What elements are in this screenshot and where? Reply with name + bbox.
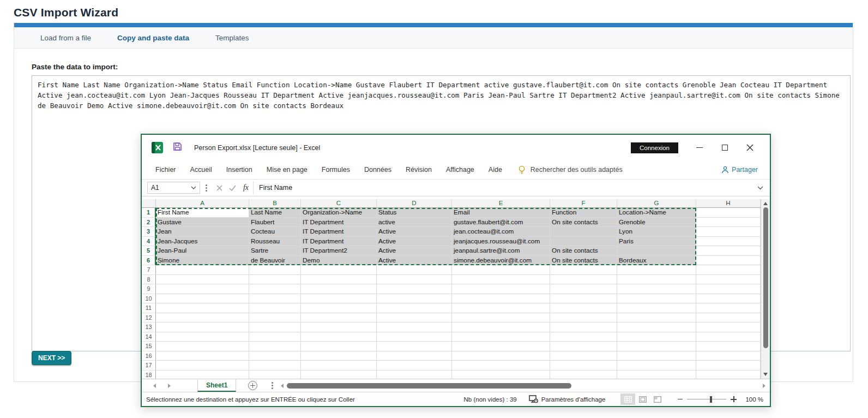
column-header-H[interactable]: H xyxy=(696,199,761,207)
cell-E4[interactable]: jeanjacques.rousseau@it.com xyxy=(452,237,550,247)
cell-E6[interactable]: simone.debeauvoir@it.com xyxy=(452,256,550,266)
cell-A12[interactable] xyxy=(156,313,249,323)
scroll-up-icon[interactable] xyxy=(763,202,768,205)
cell-D6[interactable]: Active xyxy=(377,256,452,266)
cell-C6[interactable]: Demo xyxy=(301,256,377,266)
cell-G7[interactable] xyxy=(617,265,696,275)
cell-F6[interactable]: On site contacts xyxy=(550,256,617,266)
cell-C8[interactable] xyxy=(301,275,377,285)
maximize-button[interactable] xyxy=(712,140,737,156)
cell-B1[interactable]: Last Name xyxy=(249,208,301,218)
cell-B6[interactable]: de Beauvoir xyxy=(249,256,301,266)
cell-F5[interactable]: On site contacts xyxy=(550,246,617,256)
cell-A7[interactable] xyxy=(156,265,249,275)
row-number-9[interactable]: 9 xyxy=(142,284,156,294)
cell-A18[interactable] xyxy=(156,371,249,379)
cell-D2[interactable]: active xyxy=(377,218,452,228)
cell-E17[interactable] xyxy=(452,361,550,371)
cell-G8[interactable] xyxy=(617,275,696,285)
name-box[interactable]: A1 xyxy=(147,182,200,194)
cell-F15[interactable] xyxy=(550,342,617,351)
column-header-F[interactable]: F xyxy=(550,199,617,207)
cell-A3[interactable]: Jean xyxy=(156,227,249,237)
row-number-16[interactable]: 16 xyxy=(142,351,156,361)
cell-E1[interactable]: Email xyxy=(452,208,550,218)
scroll-down-icon[interactable] xyxy=(763,373,768,376)
vertical-scroll-thumb[interactable] xyxy=(763,207,768,348)
zoom-slider[interactable] xyxy=(687,399,726,399)
cell-B18[interactable] xyxy=(249,371,301,379)
cell-C16[interactable] xyxy=(301,351,377,361)
cell-A17[interactable] xyxy=(156,361,249,371)
cell-G3[interactable]: Lyon xyxy=(617,227,696,237)
connexion-button[interactable]: Connexion xyxy=(631,142,678,153)
cell-H9[interactable] xyxy=(696,284,761,294)
cell-G16[interactable] xyxy=(617,351,696,361)
row-number-3[interactable]: 3 xyxy=(142,227,156,237)
zoom-slider-thumb[interactable] xyxy=(710,396,712,403)
ribbon-tab-données[interactable]: Données xyxy=(357,166,399,174)
ribbon-tab-insertion[interactable]: Insertion xyxy=(219,166,260,174)
cell-D14[interactable] xyxy=(377,332,452,342)
zoom-out-button[interactable] xyxy=(678,399,683,399)
cell-C5[interactable]: IT Department2 xyxy=(301,246,377,256)
cell-H13[interactable] xyxy=(696,323,761,332)
row-number-15[interactable]: 15 xyxy=(142,342,156,351)
cell-G14[interactable] xyxy=(617,332,696,342)
horizontal-scroll-track[interactable] xyxy=(287,383,760,389)
sheet-options-dots[interactable] xyxy=(272,385,273,386)
ribbon-tab-mise-en-page[interactable]: Mise en page xyxy=(260,166,315,174)
cell-C9[interactable] xyxy=(301,284,377,294)
cell-F8[interactable] xyxy=(550,275,617,285)
cell-B11[interactable] xyxy=(249,303,301,313)
cell-B8[interactable] xyxy=(249,275,301,285)
cell-H4[interactable] xyxy=(696,237,761,247)
cell-B16[interactable] xyxy=(249,351,301,361)
cell-H1[interactable] xyxy=(696,208,761,218)
cell-G1[interactable]: Location->Name xyxy=(617,208,696,218)
cell-E15[interactable] xyxy=(452,342,550,351)
expand-formula-bar-button[interactable] xyxy=(757,184,763,192)
cell-H3[interactable] xyxy=(696,227,761,237)
cell-B4[interactable]: Rousseau xyxy=(249,237,301,247)
cell-G17[interactable] xyxy=(617,361,696,371)
cell-F4[interactable] xyxy=(550,237,617,247)
cell-E5[interactable]: jeanpaul.sartre@it.com xyxy=(452,246,550,256)
cell-F17[interactable] xyxy=(550,361,617,371)
ribbon-tab-formules[interactable]: Formules xyxy=(315,166,357,174)
cell-A9[interactable] xyxy=(156,284,249,294)
cell-D10[interactable] xyxy=(377,294,452,304)
page-break-view-button[interactable] xyxy=(650,393,665,405)
cell-E18[interactable] xyxy=(452,371,550,379)
cell-F10[interactable] xyxy=(550,294,617,304)
column-header-C[interactable]: C xyxy=(301,199,377,207)
cell-E3[interactable]: jean.cocteau@it.com xyxy=(452,227,550,237)
ribbon-tab-révision[interactable]: Révision xyxy=(399,166,439,174)
cell-E8[interactable] xyxy=(452,275,550,285)
cell-B9[interactable] xyxy=(249,284,301,294)
excel-titlebar[interactable]: Person Export.xlsx [Lecture seule] - Exc… xyxy=(142,135,770,160)
cell-B15[interactable] xyxy=(249,342,301,351)
tab-templates[interactable]: Templates xyxy=(202,34,262,42)
count-nonempty-badge[interactable]: Nb (non vides) : 39 xyxy=(464,396,517,403)
cell-B13[interactable] xyxy=(249,323,301,332)
column-header-E[interactable]: E xyxy=(452,199,550,207)
row-number-2[interactable]: 2 xyxy=(142,218,156,228)
cell-D11[interactable] xyxy=(377,303,452,313)
cell-C1[interactable]: Organization->Name xyxy=(301,208,377,218)
cell-C4[interactable]: IT Department xyxy=(301,237,377,247)
cell-C11[interactable] xyxy=(301,303,377,313)
cell-A2[interactable]: Gustave xyxy=(156,218,249,228)
cell-E7[interactable] xyxy=(452,265,550,275)
cell-E16[interactable] xyxy=(452,351,550,361)
cell-E10[interactable] xyxy=(452,294,550,304)
cell-F9[interactable] xyxy=(550,284,617,294)
cell-F18[interactable] xyxy=(550,371,617,379)
cell-F11[interactable] xyxy=(550,303,617,313)
cell-G18[interactable] xyxy=(617,371,696,379)
tab-copy-and-paste[interactable]: Copy and paste data xyxy=(104,34,202,42)
cell-A14[interactable] xyxy=(156,332,249,342)
row-number-11[interactable]: 11 xyxy=(142,303,156,313)
cell-C13[interactable] xyxy=(301,323,377,332)
vertical-scrollbar[interactable] xyxy=(761,199,770,379)
